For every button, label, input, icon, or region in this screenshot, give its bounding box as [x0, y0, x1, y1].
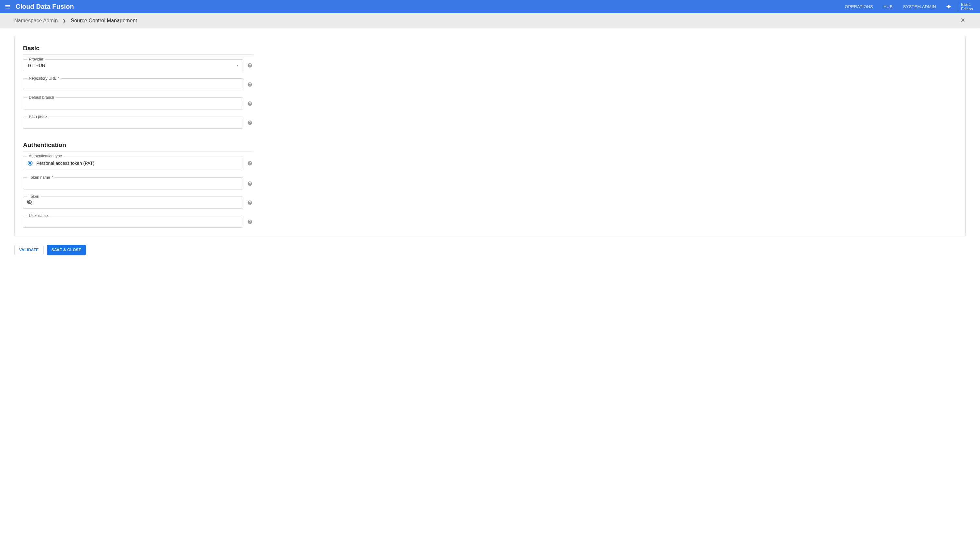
- token-input[interactable]: [23, 197, 243, 208]
- help-icon[interactable]: [246, 160, 254, 166]
- user-name-field[interactable]: User name: [23, 216, 243, 228]
- section-basic-title: Basic: [23, 45, 254, 52]
- edition-line2: Edition: [961, 7, 973, 11]
- field-row-provider: Provider GITHUB: [23, 59, 254, 71]
- svg-point-0: [29, 162, 32, 165]
- help-icon[interactable]: [246, 120, 254, 125]
- field-row-default-branch: Default branch: [23, 97, 254, 109]
- provider-value: GITHUB: [23, 60, 243, 71]
- settings-icon[interactable]: [941, 3, 957, 10]
- validate-button[interactable]: VALIDATE: [14, 245, 44, 255]
- help-icon[interactable]: [246, 63, 254, 68]
- nav-operations[interactable]: OPERATIONS: [840, 0, 878, 13]
- page-body: Basic Provider GITHUB: [0, 28, 980, 268]
- section-rule: [23, 151, 254, 152]
- token-name-field[interactable]: Token name *: [23, 178, 243, 189]
- help-icon[interactable]: [246, 200, 254, 205]
- field-row-token: Token: [23, 197, 254, 209]
- token-name-label-text: Token name: [29, 175, 50, 180]
- repo-url-field[interactable]: Repository URL *: [23, 78, 243, 90]
- field-row-user-name: User name: [23, 216, 254, 228]
- path-prefix-input[interactable]: [23, 117, 243, 128]
- default-branch-input[interactable]: [23, 98, 243, 109]
- token-label: Token: [27, 194, 41, 199]
- edition-line1: Basic: [961, 2, 973, 7]
- token-field[interactable]: Token: [23, 197, 243, 209]
- help-icon[interactable]: [246, 219, 254, 224]
- field-row-repo-url: Repository URL *: [23, 78, 254, 90]
- default-branch-label: Default branch: [27, 95, 56, 100]
- repo-url-label: Repository URL *: [27, 76, 61, 81]
- required-marker: *: [52, 175, 54, 180]
- breadcrumb-parent[interactable]: Namespace Admin: [14, 18, 58, 24]
- edition-label: Basic Edition: [957, 2, 977, 11]
- field-row-token-name: Token name *: [23, 178, 254, 189]
- radio-checked-icon: [27, 160, 33, 166]
- breadcrumb-bar: Namespace Admin ❯ Source Control Managem…: [0, 13, 980, 28]
- path-prefix-label: Path prefix: [27, 114, 49, 119]
- path-prefix-field[interactable]: Path prefix: [23, 117, 243, 128]
- repo-url-label-text: Repository URL: [29, 76, 56, 81]
- save-close-button[interactable]: SAVE & CLOSE: [47, 245, 86, 255]
- required-marker: *: [58, 76, 60, 81]
- section-rule: [23, 54, 254, 55]
- field-row-path-prefix: Path prefix: [23, 117, 254, 128]
- provider-label: Provider: [27, 57, 45, 62]
- auth-type-field: Authentication type Personal access toke…: [23, 156, 243, 170]
- token-name-input[interactable]: [23, 178, 243, 189]
- close-icon[interactable]: [960, 17, 966, 24]
- section-auth-title: Authentication: [23, 141, 254, 149]
- auth-type-option-label: Personal access token (PAT): [36, 160, 94, 166]
- menu-icon[interactable]: [1, 3, 14, 10]
- help-icon[interactable]: [246, 181, 254, 186]
- help-icon[interactable]: [246, 82, 254, 87]
- help-icon[interactable]: [246, 101, 254, 106]
- visibility-off-icon[interactable]: [27, 199, 32, 206]
- config-card: Basic Provider GITHUB: [14, 36, 966, 236]
- default-branch-field[interactable]: Default branch: [23, 97, 243, 109]
- user-name-label: User name: [27, 213, 49, 218]
- app-header: Cloud Data Fusion OPERATIONS HUB SYSTEM …: [0, 0, 980, 13]
- user-name-input[interactable]: [23, 216, 243, 227]
- breadcrumb-current: Source Control Management: [71, 18, 137, 24]
- top-nav: OPERATIONS HUB SYSTEM ADMIN Basic Editio…: [840, 0, 977, 13]
- chevron-right-icon: ❯: [62, 18, 66, 23]
- field-row-auth-type: Authentication type Personal access toke…: [23, 156, 254, 170]
- provider-select[interactable]: Provider GITHUB: [23, 59, 243, 71]
- token-name-label: Token name *: [27, 175, 55, 180]
- auth-type-label: Authentication type: [27, 154, 64, 159]
- form-actions: VALIDATE SAVE & CLOSE: [14, 245, 966, 255]
- auth-type-option-pat[interactable]: Personal access token (PAT): [23, 160, 94, 166]
- brand-title: Cloud Data Fusion: [16, 3, 74, 10]
- nav-system-admin[interactable]: SYSTEM ADMIN: [898, 0, 941, 13]
- nav-hub[interactable]: HUB: [878, 0, 898, 13]
